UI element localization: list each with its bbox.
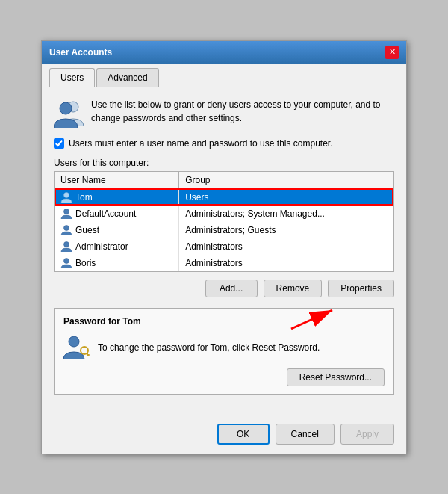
column-group: Group xyxy=(179,172,393,189)
password-btn-row: Reset Password... xyxy=(63,368,385,386)
svg-point-3 xyxy=(64,209,69,214)
user-group-cell: Administrators xyxy=(179,238,393,255)
svg-point-6 xyxy=(64,258,69,263)
password-section-title: Password for Tom xyxy=(63,316,385,327)
close-button[interactable]: ✕ xyxy=(385,46,399,59)
user-name-text: DefaultAccount xyxy=(75,209,136,219)
reset-password-button[interactable]: Reset Password... xyxy=(287,368,385,386)
user-name-text: Administrator xyxy=(75,241,128,252)
users-icon xyxy=(54,98,84,128)
add-button[interactable]: Add... xyxy=(205,280,258,297)
svg-rect-10 xyxy=(87,354,90,356)
password-content: To change the password for Tom, click Re… xyxy=(63,334,385,361)
tab-advanced[interactable]: Advanced xyxy=(96,68,158,87)
properties-button[interactable]: Properties xyxy=(328,280,394,297)
must-login-checkbox[interactable] xyxy=(54,138,64,149)
cancel-button[interactable]: Cancel xyxy=(276,424,335,445)
user-name-cell: Tom xyxy=(55,188,179,206)
column-username: User Name xyxy=(55,172,179,189)
user-accounts-dialog: User Accounts ✕ Users Advanced Use the l… xyxy=(41,40,407,454)
table-row[interactable]: DefaultAccountAdministrators; System Man… xyxy=(55,206,393,222)
users-section-label: Users for this computer: xyxy=(54,158,394,168)
svg-point-7 xyxy=(69,336,79,347)
info-box: Use the list below to grant or deny user… xyxy=(54,98,394,128)
user-row-icon xyxy=(60,208,72,220)
user-name-cell: DefaultAccount xyxy=(55,206,179,222)
table-row[interactable]: TomUsers xyxy=(55,188,393,206)
user-row-icon xyxy=(60,224,72,236)
remove-button[interactable]: Remove xyxy=(264,280,323,297)
user-name-text: Boris xyxy=(75,258,96,268)
dialog-title: User Accounts xyxy=(49,47,112,58)
user-table: User Name Group TomUsers DefaultAccountA… xyxy=(55,172,393,271)
action-buttons: Add... Remove Properties xyxy=(54,280,394,297)
table-row[interactable]: GuestAdministrators; Guests xyxy=(55,222,393,238)
user-row-icon xyxy=(60,241,72,253)
svg-point-2 xyxy=(64,192,69,197)
apply-button[interactable]: Apply xyxy=(340,424,394,445)
info-text: Use the list below to grant or deny user… xyxy=(91,98,394,125)
table-header-row: User Name Group xyxy=(55,172,393,189)
user-group-cell: Administrators; Guests xyxy=(179,222,393,238)
user-group-cell: Users xyxy=(179,188,393,206)
user-table-wrapper: User Name Group TomUsers DefaultAccountA… xyxy=(54,171,394,272)
tabs-container: Users Advanced xyxy=(42,64,406,87)
user-group-cell: Administrators; System Managed... xyxy=(179,206,393,222)
svg-point-1 xyxy=(60,102,72,114)
user-name-cell: Boris xyxy=(55,255,179,271)
ok-button[interactable]: OK xyxy=(217,424,270,445)
user-name-cell: Guest xyxy=(55,222,179,238)
content-area: Use the list below to grant or deny user… xyxy=(42,87,406,416)
password-user-icon xyxy=(63,334,90,361)
password-section: Password for Tom To change the password … xyxy=(54,308,394,395)
must-login-checkbox-row[interactable]: Users must enter a user name and passwor… xyxy=(54,138,394,149)
must-login-label: Users must enter a user name and passwor… xyxy=(69,138,333,149)
table-row[interactable]: AdministratorAdministrators xyxy=(55,238,393,255)
user-row-icon xyxy=(60,257,72,269)
password-text: To change the password for Tom, click Re… xyxy=(98,342,320,353)
footer: OK Cancel Apply xyxy=(42,416,406,454)
user-group-cell: Administrators xyxy=(179,255,393,271)
title-bar: User Accounts ✕ xyxy=(42,41,406,64)
table-row[interactable]: BorisAdministrators xyxy=(55,255,393,271)
user-row-icon xyxy=(60,191,72,203)
user-name-text: Tom xyxy=(75,192,93,203)
user-name-cell: Administrator xyxy=(55,238,179,255)
svg-point-4 xyxy=(64,225,69,230)
tab-users[interactable]: Users xyxy=(49,68,95,87)
user-name-text: Guest xyxy=(75,225,99,235)
svg-point-5 xyxy=(64,241,69,247)
